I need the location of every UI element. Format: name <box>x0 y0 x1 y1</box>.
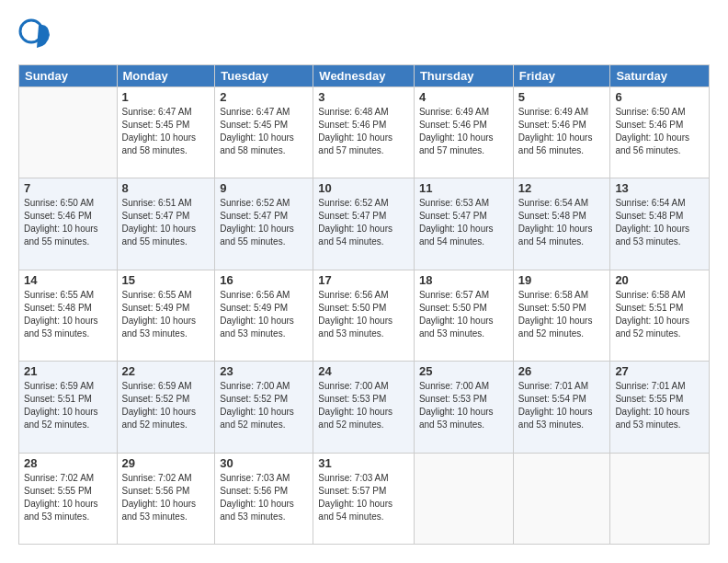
calendar-cell: 28Sunrise: 7:02 AM Sunset: 5:55 PM Dayli… <box>19 453 118 544</box>
calendar-cell: 25Sunrise: 7:00 AM Sunset: 5:53 PM Dayli… <box>414 362 513 453</box>
calendar-cell: 29Sunrise: 7:02 AM Sunset: 5:56 PM Dayli… <box>117 453 215 544</box>
day-number: 16 <box>220 273 308 287</box>
day-info: Sunrise: 6:55 AM Sunset: 5:48 PM Dayligh… <box>24 289 112 340</box>
calendar-cell: 9Sunrise: 6:52 AM Sunset: 5:47 PM Daylig… <box>215 178 313 270</box>
calendar-row: 1Sunrise: 6:47 AM Sunset: 5:45 PM Daylig… <box>19 87 710 178</box>
day-info: Sunrise: 6:47 AM Sunset: 5:45 PM Dayligh… <box>122 106 210 157</box>
calendar-cell: 16Sunrise: 6:56 AM Sunset: 5:49 PM Dayli… <box>215 270 313 361</box>
calendar-cell: 27Sunrise: 7:01 AM Sunset: 5:55 PM Dayli… <box>610 362 710 453</box>
day-number: 24 <box>318 364 409 378</box>
day-info: Sunrise: 6:51 AM Sunset: 5:47 PM Dayligh… <box>122 197 210 248</box>
day-number: 27 <box>615 364 704 378</box>
day-info: Sunrise: 6:49 AM Sunset: 5:46 PM Dayligh… <box>518 106 606 157</box>
day-info: Sunrise: 6:59 AM Sunset: 5:51 PM Dayligh… <box>24 380 112 431</box>
day-number: 28 <box>24 456 112 470</box>
day-number: 3 <box>318 90 409 104</box>
calendar-cell: 30Sunrise: 7:03 AM Sunset: 5:56 PM Dayli… <box>215 453 313 544</box>
calendar-cell: 21Sunrise: 6:59 AM Sunset: 5:51 PM Dayli… <box>19 362 118 453</box>
calendar-page: SundayMondayTuesdayWednesdayThursdayFrid… <box>0 0 728 563</box>
day-info: Sunrise: 6:50 AM Sunset: 5:46 PM Dayligh… <box>615 106 704 157</box>
day-info: Sunrise: 7:01 AM Sunset: 5:54 PM Dayligh… <box>518 380 606 431</box>
day-info: Sunrise: 6:49 AM Sunset: 5:46 PM Dayligh… <box>419 106 508 157</box>
calendar-cell: 5Sunrise: 6:49 AM Sunset: 5:46 PM Daylig… <box>513 87 610 178</box>
calendar-cell: 4Sunrise: 6:49 AM Sunset: 5:46 PM Daylig… <box>414 87 513 178</box>
day-number: 1 <box>122 90 210 104</box>
day-number: 2 <box>220 90 308 104</box>
day-number: 22 <box>122 364 210 378</box>
day-info: Sunrise: 7:03 AM Sunset: 5:56 PM Dayligh… <box>220 472 308 523</box>
calendar-row: 21Sunrise: 6:59 AM Sunset: 5:51 PM Dayli… <box>19 362 710 453</box>
day-number: 13 <box>615 181 704 195</box>
day-info: Sunrise: 6:54 AM Sunset: 5:48 PM Dayligh… <box>615 197 704 248</box>
day-info: Sunrise: 6:59 AM Sunset: 5:52 PM Dayligh… <box>122 380 210 431</box>
day-number: 7 <box>24 181 112 195</box>
day-number: 26 <box>518 364 606 378</box>
calendar-cell: 11Sunrise: 6:53 AM Sunset: 5:47 PM Dayli… <box>414 178 513 270</box>
day-info: Sunrise: 7:00 AM Sunset: 5:53 PM Dayligh… <box>419 380 508 431</box>
header-row: SundayMondayTuesdayWednesdayThursdayFrid… <box>19 65 710 87</box>
day-info: Sunrise: 6:54 AM Sunset: 5:48 PM Dayligh… <box>518 197 606 248</box>
calendar-cell: 23Sunrise: 7:00 AM Sunset: 5:52 PM Dayli… <box>215 362 313 453</box>
header-cell: Monday <box>117 65 215 87</box>
day-number: 9 <box>220 181 308 195</box>
day-info: Sunrise: 6:56 AM Sunset: 5:49 PM Dayligh… <box>220 289 308 340</box>
day-number: 11 <box>419 181 508 195</box>
day-number: 30 <box>220 456 308 470</box>
day-info: Sunrise: 6:52 AM Sunset: 5:47 PM Dayligh… <box>220 197 308 248</box>
header-cell: Tuesday <box>215 65 313 87</box>
day-number: 18 <box>419 273 508 287</box>
calendar-cell: 14Sunrise: 6:55 AM Sunset: 5:48 PM Dayli… <box>19 270 118 361</box>
calendar-cell: 26Sunrise: 7:01 AM Sunset: 5:54 PM Dayli… <box>513 362 610 453</box>
day-number: 6 <box>615 90 704 104</box>
header-cell: Friday <box>513 65 610 87</box>
day-info: Sunrise: 7:00 AM Sunset: 5:53 PM Dayligh… <box>318 380 409 431</box>
day-number: 12 <box>518 181 606 195</box>
day-info: Sunrise: 7:02 AM Sunset: 5:55 PM Dayligh… <box>24 472 112 523</box>
calendar-cell <box>19 87 118 178</box>
calendar-cell: 31Sunrise: 7:03 AM Sunset: 5:57 PM Dayli… <box>313 453 415 544</box>
day-number: 5 <box>518 90 606 104</box>
calendar-cell: 3Sunrise: 6:48 AM Sunset: 5:46 PM Daylig… <box>313 87 415 178</box>
calendar-cell: 7Sunrise: 6:50 AM Sunset: 5:46 PM Daylig… <box>19 178 118 270</box>
day-number: 29 <box>122 456 210 470</box>
day-info: Sunrise: 6:52 AM Sunset: 5:47 PM Dayligh… <box>318 197 409 248</box>
day-info: Sunrise: 7:00 AM Sunset: 5:52 PM Dayligh… <box>220 380 308 431</box>
day-number: 4 <box>419 90 508 104</box>
logo <box>18 18 51 55</box>
day-number: 10 <box>318 181 409 195</box>
calendar-cell: 17Sunrise: 6:56 AM Sunset: 5:50 PM Dayli… <box>313 270 415 361</box>
calendar-cell: 8Sunrise: 6:51 AM Sunset: 5:47 PM Daylig… <box>117 178 215 270</box>
calendar-cell: 1Sunrise: 6:47 AM Sunset: 5:45 PM Daylig… <box>117 87 215 178</box>
calendar-cell: 10Sunrise: 6:52 AM Sunset: 5:47 PM Dayli… <box>313 178 415 270</box>
calendar-row: 7Sunrise: 6:50 AM Sunset: 5:46 PM Daylig… <box>19 178 710 270</box>
day-info: Sunrise: 6:57 AM Sunset: 5:50 PM Dayligh… <box>419 289 508 340</box>
day-info: Sunrise: 7:03 AM Sunset: 5:57 PM Dayligh… <box>318 472 409 523</box>
day-number: 31 <box>318 456 409 470</box>
day-info: Sunrise: 7:01 AM Sunset: 5:55 PM Dayligh… <box>615 380 704 431</box>
calendar-cell: 24Sunrise: 7:00 AM Sunset: 5:53 PM Dayli… <box>313 362 415 453</box>
day-info: Sunrise: 6:50 AM Sunset: 5:46 PM Dayligh… <box>24 197 112 248</box>
day-info: Sunrise: 6:55 AM Sunset: 5:49 PM Dayligh… <box>122 289 210 340</box>
day-number: 15 <box>122 273 210 287</box>
day-info: Sunrise: 6:58 AM Sunset: 5:51 PM Dayligh… <box>615 289 704 340</box>
calendar-cell <box>513 453 610 544</box>
day-info: Sunrise: 6:47 AM Sunset: 5:45 PM Dayligh… <box>220 106 308 157</box>
calendar-table: SundayMondayTuesdayWednesdayThursdayFrid… <box>18 64 710 545</box>
day-number: 21 <box>24 364 112 378</box>
day-info: Sunrise: 7:02 AM Sunset: 5:56 PM Dayligh… <box>122 472 210 523</box>
calendar-cell <box>414 453 513 544</box>
calendar-row: 28Sunrise: 7:02 AM Sunset: 5:55 PM Dayli… <box>19 453 710 544</box>
day-info: Sunrise: 6:58 AM Sunset: 5:50 PM Dayligh… <box>518 289 606 340</box>
calendar-cell: 22Sunrise: 6:59 AM Sunset: 5:52 PM Dayli… <box>117 362 215 453</box>
header-cell: Sunday <box>19 65 118 87</box>
header-cell: Wednesday <box>313 65 415 87</box>
day-number: 8 <box>122 181 210 195</box>
day-number: 17 <box>318 273 409 287</box>
day-number: 14 <box>24 273 112 287</box>
day-number: 19 <box>518 273 606 287</box>
day-number: 20 <box>615 273 704 287</box>
logo-icon <box>18 18 51 52</box>
calendar-cell: 15Sunrise: 6:55 AM Sunset: 5:49 PM Dayli… <box>117 270 215 361</box>
calendar-cell: 18Sunrise: 6:57 AM Sunset: 5:50 PM Dayli… <box>414 270 513 361</box>
day-number: 23 <box>220 364 308 378</box>
